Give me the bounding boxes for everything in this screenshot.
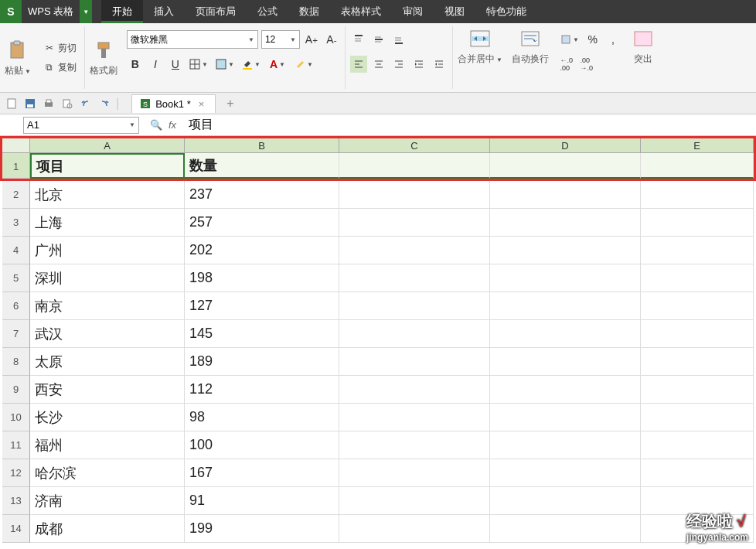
- number-format-button[interactable]: ▼: [558, 31, 581, 48]
- cell[interactable]: [490, 376, 641, 404]
- cell[interactable]: 项目: [30, 153, 185, 179]
- cell[interactable]: [641, 348, 754, 376]
- align-right-button[interactable]: [390, 56, 407, 73]
- cell[interactable]: 数量: [185, 153, 339, 179]
- cell[interactable]: [490, 292, 641, 320]
- font-name-select[interactable]: 微软雅黑▼: [127, 30, 258, 49]
- formula-input[interactable]: [182, 117, 756, 134]
- cell[interactable]: [490, 459, 641, 487]
- cell[interactable]: [339, 320, 490, 348]
- row-header[interactable]: 4: [2, 237, 30, 264]
- cell[interactable]: [641, 181, 754, 209]
- cell[interactable]: [641, 376, 754, 404]
- cell[interactable]: 西安: [30, 376, 185, 404]
- save-icon[interactable]: [23, 97, 37, 111]
- italic-button[interactable]: I: [147, 56, 164, 73]
- cell[interactable]: 广州: [30, 237, 185, 264]
- row-header[interactable]: 11: [2, 431, 30, 459]
- cell[interactable]: [641, 292, 754, 320]
- cell[interactable]: [339, 348, 490, 376]
- cell[interactable]: 长沙: [30, 404, 185, 431]
- cell[interactable]: [339, 431, 490, 459]
- cell[interactable]: 北京: [30, 181, 185, 209]
- cell[interactable]: 太原: [30, 348, 185, 376]
- cell[interactable]: [641, 264, 754, 292]
- cell[interactable]: [490, 264, 641, 292]
- menu-start[interactable]: 开始: [101, 0, 143, 23]
- column-header-b[interactable]: B: [185, 138, 339, 153]
- cell[interactable]: [490, 320, 641, 348]
- cell[interactable]: [490, 487, 641, 515]
- align-center-button[interactable]: [370, 56, 387, 73]
- decrease-font-button[interactable]: A-: [323, 31, 340, 48]
- undo-icon[interactable]: [79, 97, 93, 111]
- cell[interactable]: 202: [185, 237, 339, 264]
- cell[interactable]: [339, 404, 490, 431]
- align-middle-button[interactable]: [370, 31, 387, 48]
- column-header-c[interactable]: C: [339, 138, 490, 153]
- paste-icon[interactable]: [5, 38, 30, 63]
- select-all-corner[interactable]: [2, 138, 30, 153]
- cell[interactable]: 成都: [30, 515, 185, 543]
- cell-style-button[interactable]: ▼: [213, 56, 237, 73]
- fill-color-button[interactable]: ▼: [240, 56, 263, 73]
- cell[interactable]: [339, 237, 490, 264]
- font-color-button[interactable]: A▼: [266, 56, 289, 73]
- cell[interactable]: [641, 431, 754, 459]
- row-header[interactable]: 9: [2, 376, 30, 404]
- row-header[interactable]: 14: [2, 515, 30, 543]
- row-header[interactable]: 3: [2, 209, 30, 237]
- cell[interactable]: [339, 209, 490, 237]
- cell[interactable]: [339, 487, 490, 515]
- redo-icon[interactable]: [97, 97, 111, 111]
- cell[interactable]: 哈尔滨: [30, 459, 185, 487]
- cell[interactable]: 145: [185, 320, 339, 348]
- bold-button[interactable]: B: [127, 56, 144, 73]
- cell[interactable]: [641, 459, 754, 487]
- row-header[interactable]: 13: [2, 487, 30, 515]
- wrap-text-icon[interactable]: [518, 26, 543, 51]
- name-box[interactable]: A1▼: [23, 117, 139, 134]
- cell[interactable]: 南京: [30, 292, 185, 320]
- cell[interactable]: [490, 348, 641, 376]
- merge-icon[interactable]: [468, 26, 492, 51]
- cell[interactable]: 上海: [30, 209, 185, 237]
- new-tab-button[interactable]: +: [220, 97, 240, 111]
- menu-formula[interactable]: 公式: [247, 0, 288, 23]
- comma-button[interactable]: ,: [604, 31, 621, 48]
- increase-indent-button[interactable]: [431, 56, 448, 73]
- search-icon[interactable]: 🔍: [150, 119, 162, 131]
- font-size-select[interactable]: 12▼: [261, 30, 300, 49]
- cell[interactable]: [339, 515, 490, 543]
- cell[interactable]: [490, 181, 641, 209]
- highlight-button[interactable]: ▼: [292, 56, 315, 73]
- tab-close-button[interactable]: ×: [196, 98, 208, 110]
- menu-view[interactable]: 视图: [434, 0, 475, 23]
- cell[interactable]: 91: [185, 487, 339, 515]
- format-painter-icon[interactable]: [91, 38, 116, 63]
- cell[interactable]: 98: [185, 404, 339, 431]
- border-button[interactable]: ▼: [187, 56, 210, 73]
- cell[interactable]: 112: [185, 376, 339, 404]
- cell[interactable]: [490, 209, 641, 237]
- cell[interactable]: 127: [185, 292, 339, 320]
- decrease-decimal-button[interactable]: .00→.0: [578, 56, 595, 73]
- cell[interactable]: [339, 292, 490, 320]
- menu-special[interactable]: 特色功能: [475, 0, 537, 23]
- cell[interactable]: 福州: [30, 431, 185, 459]
- merge-label[interactable]: 合并居中▼: [458, 53, 502, 66]
- print-preview-icon[interactable]: [60, 97, 74, 111]
- cell[interactable]: [641, 209, 754, 237]
- workbook-tab[interactable]: S Book1 * ×: [131, 94, 216, 113]
- print-icon[interactable]: [42, 97, 56, 111]
- new-doc-icon[interactable]: [5, 97, 19, 111]
- cell[interactable]: [641, 153, 754, 179]
- cell[interactable]: [339, 459, 490, 487]
- row-header[interactable]: 2: [2, 181, 30, 209]
- menu-review[interactable]: 审阅: [392, 0, 434, 23]
- cell[interactable]: [339, 153, 490, 179]
- column-header-a[interactable]: A: [30, 138, 185, 153]
- cell[interactable]: [339, 376, 490, 404]
- conditional-format-icon[interactable]: [631, 26, 656, 51]
- increase-font-button[interactable]: A+: [303, 31, 320, 48]
